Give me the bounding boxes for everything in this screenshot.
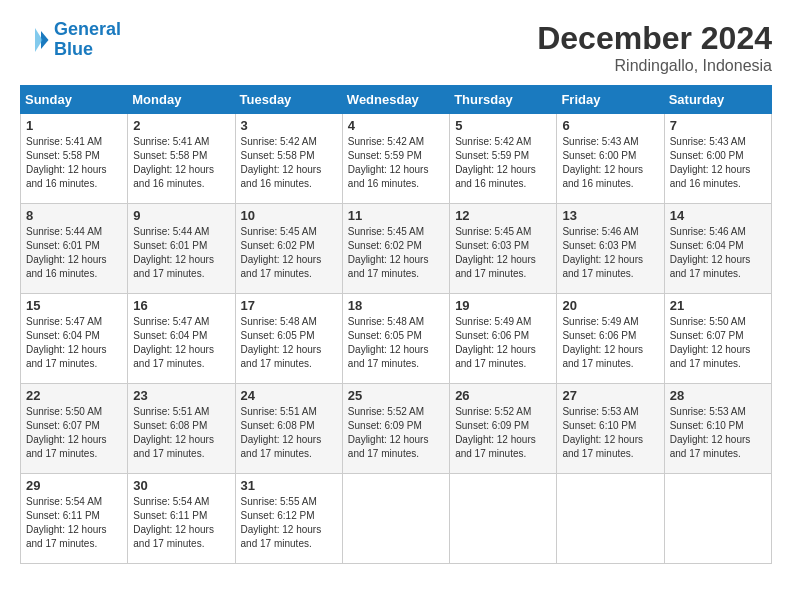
header-wednesday: Wednesday — [342, 86, 449, 114]
calendar-cell: 12Sunrise: 5:45 AMSunset: 6:03 PMDayligh… — [450, 204, 557, 294]
logo-line1: General — [54, 19, 121, 39]
day-info: Sunrise: 5:50 AMSunset: 6:07 PMDaylight:… — [26, 405, 122, 461]
day-number: 31 — [241, 478, 337, 493]
day-number: 6 — [562, 118, 658, 133]
calendar-cell — [557, 474, 664, 564]
day-info: Sunrise: 5:41 AMSunset: 5:58 PMDaylight:… — [26, 135, 122, 191]
day-number: 23 — [133, 388, 229, 403]
day-info: Sunrise: 5:54 AMSunset: 6:11 PMDaylight:… — [26, 495, 122, 551]
calendar-cell: 17Sunrise: 5:48 AMSunset: 6:05 PMDayligh… — [235, 294, 342, 384]
calendar-cell: 26Sunrise: 5:52 AMSunset: 6:09 PMDayligh… — [450, 384, 557, 474]
day-info: Sunrise: 5:51 AMSunset: 6:08 PMDaylight:… — [241, 405, 337, 461]
day-number: 22 — [26, 388, 122, 403]
calendar-cell: 6Sunrise: 5:43 AMSunset: 6:00 PMDaylight… — [557, 114, 664, 204]
day-info: Sunrise: 5:55 AMSunset: 6:12 PMDaylight:… — [241, 495, 337, 551]
day-number: 3 — [241, 118, 337, 133]
day-info: Sunrise: 5:42 AMSunset: 5:59 PMDaylight:… — [348, 135, 444, 191]
day-number: 11 — [348, 208, 444, 223]
day-number: 14 — [670, 208, 766, 223]
day-info: Sunrise: 5:53 AMSunset: 6:10 PMDaylight:… — [670, 405, 766, 461]
day-info: Sunrise: 5:45 AMSunset: 6:03 PMDaylight:… — [455, 225, 551, 281]
calendar-cell: 9Sunrise: 5:44 AMSunset: 6:01 PMDaylight… — [128, 204, 235, 294]
header-monday: Monday — [128, 86, 235, 114]
day-info: Sunrise: 5:45 AMSunset: 6:02 PMDaylight:… — [348, 225, 444, 281]
calendar-week-row: 15Sunrise: 5:47 AMSunset: 6:04 PMDayligh… — [21, 294, 772, 384]
day-number: 2 — [133, 118, 229, 133]
calendar-cell: 27Sunrise: 5:53 AMSunset: 6:10 PMDayligh… — [557, 384, 664, 474]
calendar-cell: 21Sunrise: 5:50 AMSunset: 6:07 PMDayligh… — [664, 294, 771, 384]
day-info: Sunrise: 5:51 AMSunset: 6:08 PMDaylight:… — [133, 405, 229, 461]
calendar-cell: 30Sunrise: 5:54 AMSunset: 6:11 PMDayligh… — [128, 474, 235, 564]
day-info: Sunrise: 5:49 AMSunset: 6:06 PMDaylight:… — [562, 315, 658, 371]
calendar-cell: 14Sunrise: 5:46 AMSunset: 6:04 PMDayligh… — [664, 204, 771, 294]
header-tuesday: Tuesday — [235, 86, 342, 114]
calendar-cell: 2Sunrise: 5:41 AMSunset: 5:58 PMDaylight… — [128, 114, 235, 204]
calendar-cell: 3Sunrise: 5:42 AMSunset: 5:58 PMDaylight… — [235, 114, 342, 204]
calendar-cell: 4Sunrise: 5:42 AMSunset: 5:59 PMDaylight… — [342, 114, 449, 204]
day-info: Sunrise: 5:53 AMSunset: 6:10 PMDaylight:… — [562, 405, 658, 461]
day-info: Sunrise: 5:47 AMSunset: 6:04 PMDaylight:… — [133, 315, 229, 371]
day-number: 17 — [241, 298, 337, 313]
calendar-week-row: 8Sunrise: 5:44 AMSunset: 6:01 PMDaylight… — [21, 204, 772, 294]
weekday-header-row: Sunday Monday Tuesday Wednesday Thursday… — [21, 86, 772, 114]
day-info: Sunrise: 5:45 AMSunset: 6:02 PMDaylight:… — [241, 225, 337, 281]
day-number: 8 — [26, 208, 122, 223]
day-number: 21 — [670, 298, 766, 313]
day-number: 20 — [562, 298, 658, 313]
logo: General Blue — [20, 20, 121, 60]
calendar-cell: 5Sunrise: 5:42 AMSunset: 5:59 PMDaylight… — [450, 114, 557, 204]
day-number: 29 — [26, 478, 122, 493]
calendar-cell: 7Sunrise: 5:43 AMSunset: 6:00 PMDaylight… — [664, 114, 771, 204]
logo-text: General Blue — [54, 20, 121, 60]
calendar-cell: 15Sunrise: 5:47 AMSunset: 6:04 PMDayligh… — [21, 294, 128, 384]
day-info: Sunrise: 5:43 AMSunset: 6:00 PMDaylight:… — [562, 135, 658, 191]
day-number: 15 — [26, 298, 122, 313]
day-number: 28 — [670, 388, 766, 403]
day-number: 9 — [133, 208, 229, 223]
day-number: 12 — [455, 208, 551, 223]
day-info: Sunrise: 5:46 AMSunset: 6:04 PMDaylight:… — [670, 225, 766, 281]
location: Rindingallo, Indonesia — [537, 57, 772, 75]
day-number: 27 — [562, 388, 658, 403]
calendar-cell: 16Sunrise: 5:47 AMSunset: 6:04 PMDayligh… — [128, 294, 235, 384]
day-number: 18 — [348, 298, 444, 313]
day-number: 25 — [348, 388, 444, 403]
calendar-cell: 13Sunrise: 5:46 AMSunset: 6:03 PMDayligh… — [557, 204, 664, 294]
calendar-cell: 23Sunrise: 5:51 AMSunset: 6:08 PMDayligh… — [128, 384, 235, 474]
day-info: Sunrise: 5:49 AMSunset: 6:06 PMDaylight:… — [455, 315, 551, 371]
calendar-week-row: 22Sunrise: 5:50 AMSunset: 6:07 PMDayligh… — [21, 384, 772, 474]
day-number: 26 — [455, 388, 551, 403]
calendar-cell — [450, 474, 557, 564]
day-info: Sunrise: 5:47 AMSunset: 6:04 PMDaylight:… — [26, 315, 122, 371]
calendar-week-row: 1Sunrise: 5:41 AMSunset: 5:58 PMDaylight… — [21, 114, 772, 204]
day-number: 24 — [241, 388, 337, 403]
day-info: Sunrise: 5:43 AMSunset: 6:00 PMDaylight:… — [670, 135, 766, 191]
month-title: December 2024 — [537, 20, 772, 57]
logo-icon — [20, 25, 50, 55]
calendar-cell: 8Sunrise: 5:44 AMSunset: 6:01 PMDaylight… — [21, 204, 128, 294]
day-info: Sunrise: 5:48 AMSunset: 6:05 PMDaylight:… — [348, 315, 444, 371]
header-thursday: Thursday — [450, 86, 557, 114]
header-sunday: Sunday — [21, 86, 128, 114]
day-number: 7 — [670, 118, 766, 133]
day-number: 19 — [455, 298, 551, 313]
calendar-cell: 24Sunrise: 5:51 AMSunset: 6:08 PMDayligh… — [235, 384, 342, 474]
calendar-cell: 29Sunrise: 5:54 AMSunset: 6:11 PMDayligh… — [21, 474, 128, 564]
day-number: 13 — [562, 208, 658, 223]
calendar-cell: 28Sunrise: 5:53 AMSunset: 6:10 PMDayligh… — [664, 384, 771, 474]
day-info: Sunrise: 5:44 AMSunset: 6:01 PMDaylight:… — [133, 225, 229, 281]
calendar-cell: 25Sunrise: 5:52 AMSunset: 6:09 PMDayligh… — [342, 384, 449, 474]
day-number: 30 — [133, 478, 229, 493]
calendar-table: Sunday Monday Tuesday Wednesday Thursday… — [20, 85, 772, 564]
calendar-cell: 11Sunrise: 5:45 AMSunset: 6:02 PMDayligh… — [342, 204, 449, 294]
day-info: Sunrise: 5:48 AMSunset: 6:05 PMDaylight:… — [241, 315, 337, 371]
calendar-week-row: 29Sunrise: 5:54 AMSunset: 6:11 PMDayligh… — [21, 474, 772, 564]
day-info: Sunrise: 5:41 AMSunset: 5:58 PMDaylight:… — [133, 135, 229, 191]
page-header: General Blue December 2024 Rindingallo, … — [20, 20, 772, 75]
header-saturday: Saturday — [664, 86, 771, 114]
logo-line2: Blue — [54, 39, 93, 59]
calendar-cell: 1Sunrise: 5:41 AMSunset: 5:58 PMDaylight… — [21, 114, 128, 204]
day-number: 10 — [241, 208, 337, 223]
day-number: 4 — [348, 118, 444, 133]
day-info: Sunrise: 5:42 AMSunset: 5:58 PMDaylight:… — [241, 135, 337, 191]
